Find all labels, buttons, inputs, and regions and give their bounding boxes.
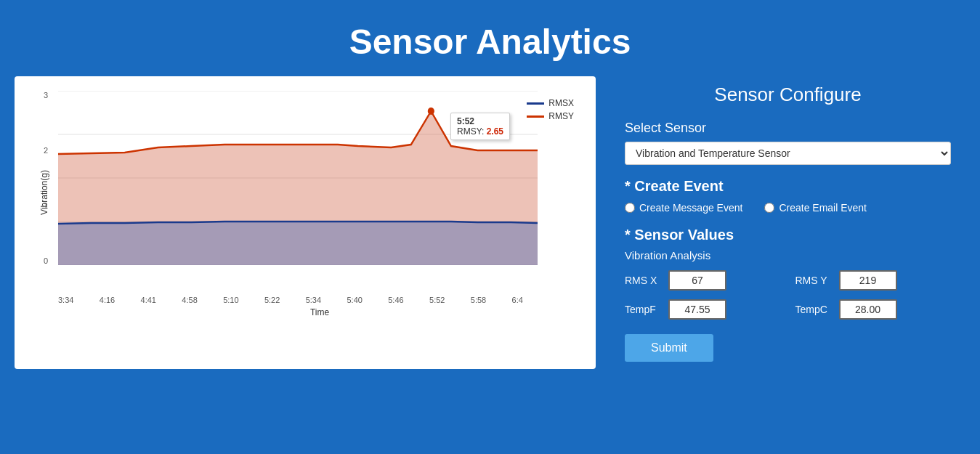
tempf-label: TempF [625,304,661,315]
rmsx-input[interactable] [668,270,726,291]
radio-group: Create Message Event Create Email Event [625,202,951,214]
submit-button[interactable]: Submit [625,334,713,362]
rmsx-row: RMS X [625,270,781,291]
rmsx-label: RMS X [625,275,661,286]
page-title: Sensor Analytics [0,0,980,76]
y-axis-ticks: 3 2 1 0 [44,91,48,265]
config-title: Sensor Configure [625,84,951,106]
radio-email-input[interactable] [764,203,774,213]
tempf-input[interactable] [668,299,726,320]
x-axis-label: Time [44,307,581,317]
legend-rmsy: RMSY [527,111,574,121]
radio-email-event[interactable]: Create Email Event [764,202,867,214]
main-content: Vibration(g) [0,76,980,369]
tooltip-time: 5:52 [457,116,503,126]
config-panel: Sensor Configure Select Sensor Vibration… [610,76,965,369]
sensor-select[interactable]: Vibration and Temperature Sensor [625,142,951,165]
radio-message-event[interactable]: Create Message Event [625,202,742,214]
rmsy-label: RMS Y [795,275,832,286]
legend-rmsx-line [527,102,544,105]
legend-rmsy-line [527,115,544,118]
legend-rmsy-label: RMSY [548,111,574,121]
radio-message-input[interactable] [625,203,635,213]
vibration-analysis-label: Vibration Analysis [625,249,951,262]
x-axis-ticks: 3:34 4:16 4:41 4:58 5:10 5:22 5:34 5:40 … [44,296,581,304]
tooltip-value: RMSY: 2.65 [457,126,503,137]
radio-email-label: Create Email Event [779,202,867,214]
svg-marker-6 [58,222,538,265]
values-grid: RMS X RMS Y TempF TempC [625,270,951,320]
chart-legend: RMSX RMSY [527,98,574,121]
radio-message-label: Create Message Event [639,202,742,214]
tempc-row: TempC [795,299,952,320]
chart-tooltip: 5:52 RMSY: 2.65 [450,113,510,140]
chart-area: Vibration(g) [44,91,581,294]
legend-rmsx: RMSX [527,98,574,108]
rmsy-input[interactable] [839,270,897,291]
tempf-row: TempF [625,299,781,320]
sensor-values-label: * Sensor Values [625,227,951,243]
rmsy-row: RMS Y [795,270,952,291]
create-event-label: * Create Event [625,178,951,195]
legend-rmsx-label: RMSX [548,98,574,108]
tempc-label: TempC [795,304,832,315]
svg-point-7 [428,108,434,115]
select-sensor-label: Select Sensor [625,121,951,136]
tempc-input[interactable] [839,299,897,320]
chart-panel: Vibration(g) [15,76,596,369]
